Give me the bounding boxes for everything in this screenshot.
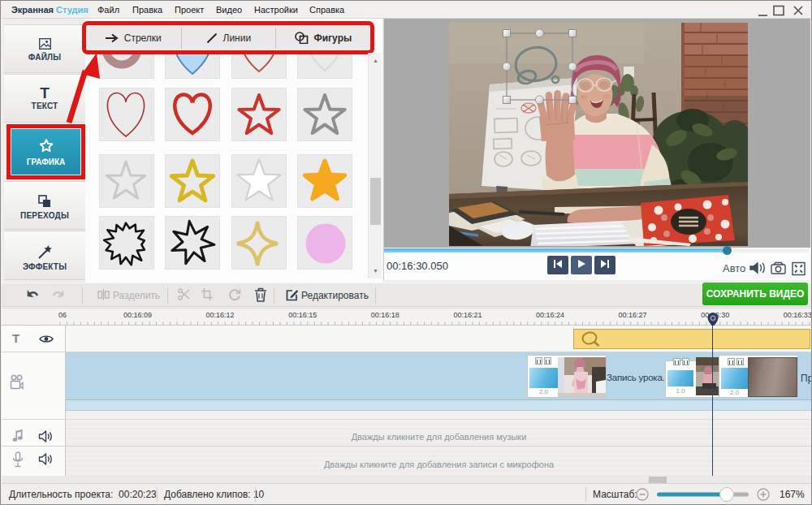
svg-text:Авто: Авто [723, 262, 745, 274]
svg-text:00:16:18: 00:16:18 [371, 311, 400, 319]
svg-text:00:16:21: 00:16:21 [453, 311, 482, 319]
svg-text:00:16:27: 00:16:27 [619, 311, 647, 319]
svg-text:00:16:33: 00:16:33 [784, 311, 812, 319]
svg-text:00:16:15: 00:16:15 [288, 311, 317, 319]
svg-text:06: 06 [58, 311, 67, 319]
svg-text:00:16:24: 00:16:24 [536, 311, 564, 319]
svg-text:00:16:09: 00:16:09 [123, 311, 152, 319]
svg-text:167%: 167% [780, 489, 805, 500]
svg-text:00:16:12: 00:16:12 [206, 311, 235, 319]
